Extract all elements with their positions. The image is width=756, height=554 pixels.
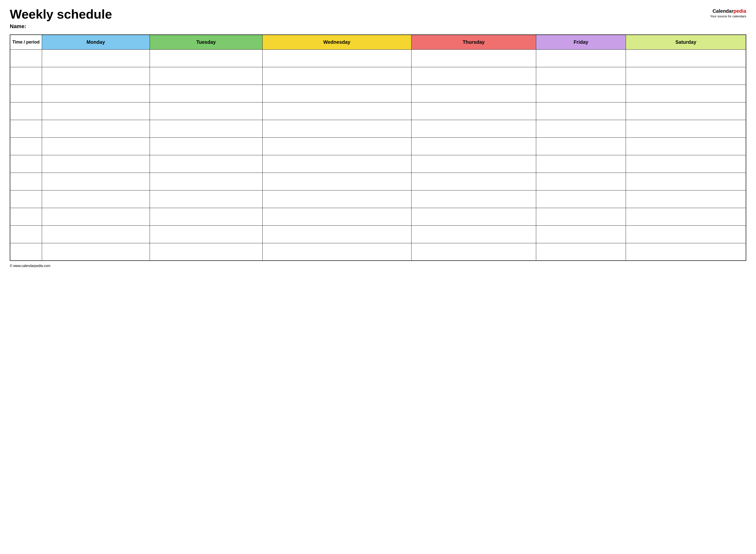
cell-tuesday-11[interactable] <box>150 225 262 243</box>
table-row <box>10 208 746 225</box>
cell-friday-5[interactable] <box>536 120 626 137</box>
cell-monday-11[interactable] <box>42 225 150 243</box>
cell-time-6[interactable] <box>10 137 42 155</box>
cell-friday-10[interactable] <box>536 208 626 225</box>
cell-wednesday-1[interactable] <box>262 49 411 67</box>
cell-time-4[interactable] <box>10 102 42 120</box>
cell-saturday-8[interactable] <box>626 173 746 190</box>
col-header-saturday: Saturday <box>626 35 746 49</box>
cell-saturday-11[interactable] <box>626 225 746 243</box>
cell-thursday-9[interactable] <box>411 190 536 208</box>
cell-saturday-10[interactable] <box>626 208 746 225</box>
table-header-row: Time / periodMondayTuesdayWednesdayThurs… <box>10 35 746 49</box>
footer-url: © www.calendarpedia.com <box>10 264 50 268</box>
cell-tuesday-2[interactable] <box>150 67 262 85</box>
cell-saturday-2[interactable] <box>626 67 746 85</box>
cell-tuesday-9[interactable] <box>150 190 262 208</box>
cell-friday-11[interactable] <box>536 225 626 243</box>
cell-friday-3[interactable] <box>536 85 626 102</box>
table-row <box>10 243 746 261</box>
cell-time-10[interactable] <box>10 208 42 225</box>
cell-friday-7[interactable] <box>536 155 626 173</box>
cell-thursday-3[interactable] <box>411 85 536 102</box>
cell-time-5[interactable] <box>10 120 42 137</box>
table-row <box>10 49 746 67</box>
cell-friday-2[interactable] <box>536 67 626 85</box>
cell-thursday-6[interactable] <box>411 137 536 155</box>
cell-monday-10[interactable] <box>42 208 150 225</box>
cell-monday-9[interactable] <box>42 190 150 208</box>
cell-tuesday-4[interactable] <box>150 102 262 120</box>
cell-monday-12[interactable] <box>42 243 150 261</box>
cell-monday-7[interactable] <box>42 155 150 173</box>
cell-monday-2[interactable] <box>42 67 150 85</box>
cell-thursday-10[interactable] <box>411 208 536 225</box>
cell-wednesday-4[interactable] <box>262 102 411 120</box>
logo-text: Calendarpedia <box>712 8 746 14</box>
cell-saturday-1[interactable] <box>626 49 746 67</box>
cell-time-7[interactable] <box>10 155 42 173</box>
cell-wednesday-6[interactable] <box>262 137 411 155</box>
cell-wednesday-12[interactable] <box>262 243 411 261</box>
cell-thursday-2[interactable] <box>411 67 536 85</box>
cell-tuesday-7[interactable] <box>150 155 262 173</box>
cell-wednesday-9[interactable] <box>262 190 411 208</box>
cell-wednesday-2[interactable] <box>262 67 411 85</box>
cell-thursday-4[interactable] <box>411 102 536 120</box>
cell-wednesday-5[interactable] <box>262 120 411 137</box>
cell-tuesday-10[interactable] <box>150 208 262 225</box>
table-row <box>10 67 746 85</box>
cell-friday-8[interactable] <box>536 173 626 190</box>
cell-thursday-1[interactable] <box>411 49 536 67</box>
weekly-schedule-table: Time / periodMondayTuesdayWednesdayThurs… <box>10 35 746 261</box>
cell-monday-4[interactable] <box>42 102 150 120</box>
cell-time-9[interactable] <box>10 190 42 208</box>
cell-tuesday-8[interactable] <box>150 173 262 190</box>
cell-wednesday-11[interactable] <box>262 225 411 243</box>
table-row <box>10 85 746 102</box>
cell-tuesday-1[interactable] <box>150 49 262 67</box>
cell-tuesday-6[interactable] <box>150 137 262 155</box>
cell-saturday-12[interactable] <box>626 243 746 261</box>
cell-thursday-7[interactable] <box>411 155 536 173</box>
cell-friday-12[interactable] <box>536 243 626 261</box>
cell-friday-4[interactable] <box>536 102 626 120</box>
logo-calendar-text: Calendar <box>712 8 734 14</box>
cell-saturday-3[interactable] <box>626 85 746 102</box>
cell-wednesday-8[interactable] <box>262 173 411 190</box>
cell-time-8[interactable] <box>10 173 42 190</box>
cell-tuesday-3[interactable] <box>150 85 262 102</box>
cell-wednesday-10[interactable] <box>262 208 411 225</box>
footer: © www.calendarpedia.com <box>10 264 746 268</box>
cell-monday-8[interactable] <box>42 173 150 190</box>
logo-subtitle: Your source for calendars <box>710 14 746 18</box>
cell-thursday-11[interactable] <box>411 225 536 243</box>
cell-time-2[interactable] <box>10 67 42 85</box>
cell-saturday-9[interactable] <box>626 190 746 208</box>
cell-thursday-8[interactable] <box>411 173 536 190</box>
cell-monday-3[interactable] <box>42 85 150 102</box>
cell-thursday-12[interactable] <box>411 243 536 261</box>
cell-time-11[interactable] <box>10 225 42 243</box>
cell-friday-1[interactable] <box>536 49 626 67</box>
cell-saturday-5[interactable] <box>626 120 746 137</box>
cell-tuesday-12[interactable] <box>150 243 262 261</box>
col-header-time: Time / period <box>10 35 42 49</box>
cell-tuesday-5[interactable] <box>150 120 262 137</box>
cell-saturday-4[interactable] <box>626 102 746 120</box>
cell-friday-9[interactable] <box>536 190 626 208</box>
cell-monday-1[interactable] <box>42 49 150 67</box>
col-header-monday: Monday <box>42 35 150 49</box>
cell-time-1[interactable] <box>10 49 42 67</box>
cell-wednesday-7[interactable] <box>262 155 411 173</box>
cell-wednesday-3[interactable] <box>262 85 411 102</box>
cell-friday-6[interactable] <box>536 137 626 155</box>
cell-monday-5[interactable] <box>42 120 150 137</box>
cell-saturday-6[interactable] <box>626 137 746 155</box>
cell-saturday-7[interactable] <box>626 155 746 173</box>
cell-monday-6[interactable] <box>42 137 150 155</box>
cell-thursday-5[interactable] <box>411 120 536 137</box>
cell-time-12[interactable] <box>10 243 42 261</box>
cell-time-3[interactable] <box>10 85 42 102</box>
table-row <box>10 225 746 243</box>
